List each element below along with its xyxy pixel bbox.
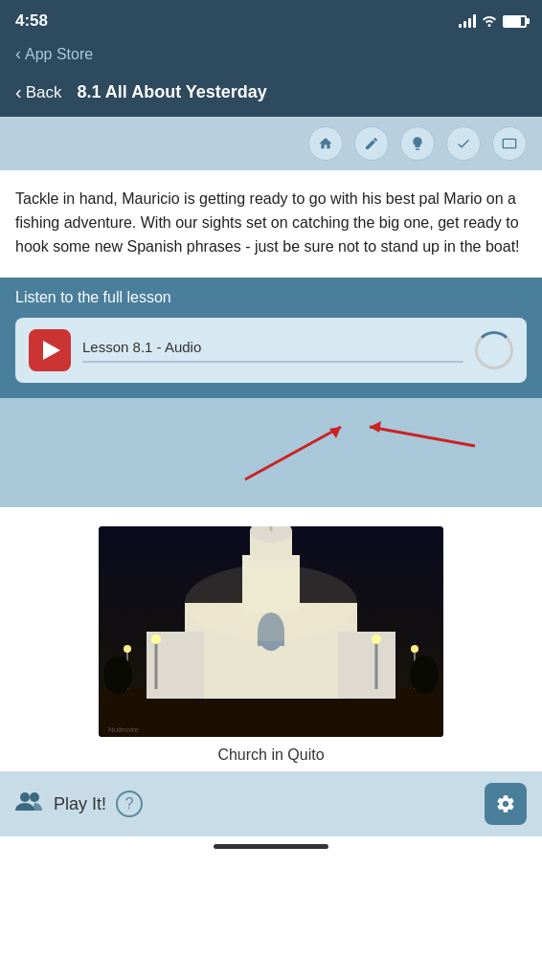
annotation-arrows	[15, 408, 527, 484]
help-button[interactable]: ?	[116, 791, 143, 817]
status-bar: 4:58	[0, 0, 542, 42]
svg-point-28	[20, 792, 30, 802]
home-bar	[214, 844, 328, 849]
image-section: Nuitnoire Church in Quito	[0, 507, 542, 771]
svg-point-24	[185, 565, 357, 641]
svg-point-25	[103, 656, 132, 694]
image-caption: Church in Quito	[217, 746, 324, 764]
status-icons	[459, 13, 527, 30]
svg-point-17	[151, 635, 161, 644]
svg-point-21	[124, 645, 131, 653]
svg-point-23	[411, 645, 418, 653]
settings-button[interactable]	[485, 783, 527, 825]
audio-player: Lesson 8.1 - Audio	[15, 318, 527, 383]
svg-line-2	[370, 427, 475, 446]
svg-rect-8	[338, 632, 395, 699]
bulb-toolbar-button[interactable]	[400, 126, 435, 161]
lesson-description: Tackle in hand, Mauricio is getting read…	[0, 170, 542, 278]
back-arrow-icon: ‹	[15, 44, 21, 64]
svg-text:Nuitnoire: Nuitnoire	[108, 725, 140, 734]
audio-progress-bar[interactable]	[82, 361, 463, 363]
loading-spinner	[475, 331, 513, 369]
play-it-label: Play It!	[54, 794, 106, 814]
play-triangle-icon	[43, 341, 60, 360]
nav-header: ‹ Back 8.1 All About Yesterday	[0, 72, 542, 117]
audio-info: Lesson 8.1 - Audio	[82, 339, 463, 363]
back-chevron-icon: ‹	[15, 81, 22, 103]
svg-point-29	[30, 792, 39, 802]
page-title: 8.1 All About Yesterday	[77, 82, 266, 102]
app-store-bar: ‹ App Store	[0, 42, 542, 72]
tablet-toolbar-button[interactable]	[492, 126, 527, 161]
church-image: Nuitnoire	[99, 526, 443, 737]
home-indicator	[0, 836, 542, 853]
bottom-bar: Play It! ?	[0, 771, 542, 836]
signal-bars-icon	[459, 14, 476, 28]
audio-title: Lesson 8.1 - Audio	[82, 339, 463, 355]
home-toolbar-button[interactable]	[308, 126, 343, 161]
svg-line-0	[245, 427, 341, 479]
svg-marker-3	[370, 421, 381, 433]
play-button[interactable]	[29, 329, 71, 371]
svg-point-19	[372, 635, 381, 644]
edit-toolbar-button[interactable]	[354, 126, 389, 161]
status-time: 4:58	[15, 11, 48, 31]
back-button[interactable]: ‹ Back	[15, 81, 61, 103]
group-icon	[15, 790, 44, 818]
battery-icon	[503, 15, 527, 28]
check-toolbar-button[interactable]	[446, 126, 481, 161]
annotation-area	[0, 398, 542, 507]
listen-section: Listen to the full lesson Lesson 8.1 - A…	[0, 278, 542, 398]
help-question-mark: ?	[125, 795, 134, 813]
church-svg: Nuitnoire	[99, 526, 443, 737]
toolbar	[0, 117, 542, 170]
app-store-link[interactable]: App Store	[25, 46, 93, 63]
back-button-label: Back	[26, 83, 62, 102]
bottom-left-controls: Play It! ?	[15, 790, 143, 818]
description-text: Tackle in hand, Mauricio is getting read…	[15, 190, 520, 255]
wifi-icon	[482, 13, 497, 30]
listen-title: Listen to the full lesson	[15, 289, 527, 306]
svg-point-26	[410, 656, 439, 694]
